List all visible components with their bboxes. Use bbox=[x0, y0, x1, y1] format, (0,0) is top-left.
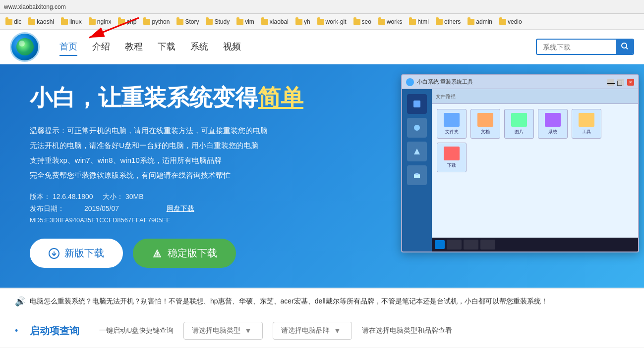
nav-download[interactable]: 下载 bbox=[158, 38, 176, 56]
search-button[interactable] bbox=[616, 40, 633, 54]
folder-icon-study bbox=[206, 19, 213, 25]
svg-point-7 bbox=[414, 125, 420, 131]
folder-icon-admin bbox=[468, 19, 474, 25]
stable-version-label: 稳定版下载 bbox=[168, 247, 217, 260]
bookmark-others[interactable]: others bbox=[433, 17, 463, 26]
svg-line-3 bbox=[626, 48, 628, 49]
computer-brand-select[interactable]: 请选择电脑品牌 ▼ bbox=[273, 322, 352, 340]
screenshot-body: 文件路径 文件夹 文档 图片 系统 工具 下载 bbox=[402, 89, 638, 251]
bookmark-study[interactable]: Study bbox=[203, 17, 232, 26]
bookmark-xiaobai[interactable]: xiaobai bbox=[259, 17, 291, 26]
bookmark-label-yh: yh bbox=[304, 18, 310, 25]
bookmark-nginx[interactable]: nginx bbox=[86, 17, 114, 26]
bookmark-label-nginx: nginx bbox=[97, 18, 112, 25]
hero-title-highlight: 简单 bbox=[258, 85, 303, 110]
version-info: 版本： 12.6.48.1800 大小： 30MB bbox=[30, 193, 144, 201]
bookmark-label-story: Story bbox=[185, 18, 199, 25]
bookmark-story[interactable]: Story bbox=[174, 17, 201, 26]
bookmark-work-git[interactable]: work-git bbox=[315, 17, 349, 26]
folder-icon-works bbox=[378, 19, 385, 25]
svg-point-5 bbox=[157, 255, 158, 256]
bookmark-label-others: others bbox=[444, 18, 461, 25]
bookmark-works[interactable]: works bbox=[376, 17, 405, 26]
result-text: 请在选择电脑类型和品牌查看 bbox=[362, 326, 452, 335]
hero-screenshot: 小白系统 重装系统工具 — □ ✕ 文件路径 文件夹 bbox=[401, 74, 644, 267]
screenshot-sidebar bbox=[402, 89, 432, 251]
taskbar-start[interactable] bbox=[435, 240, 445, 249]
hero-desc: 温馨提示：可正常开机的电脑，请用在线重装方法，可直接重装您的电脑 无法开机的电脑… bbox=[30, 123, 377, 183]
computer-type-placeholder: 请选择电脑类型 bbox=[192, 326, 240, 335]
hero-desc4: 完全免费帮您重装微软原版系统，有问题请在线咨询技术帮忙 bbox=[30, 168, 377, 183]
window-close[interactable]: ✕ bbox=[627, 79, 634, 86]
bullet-icon: • bbox=[15, 326, 18, 336]
info-bar: 🔊 电脑怎么重装系统？电脑无法开机？别害怕！不管是联想、hp惠普、华硕、东芝、a… bbox=[0, 288, 644, 314]
netdisk-download-link[interactable]: 网盘下载 bbox=[167, 204, 194, 213]
nav-intro[interactable]: 介绍 bbox=[92, 38, 110, 56]
bookmark-label-admin: admin bbox=[476, 18, 492, 25]
folder-icon-nginx bbox=[89, 19, 96, 25]
search-box bbox=[536, 39, 634, 55]
taskbar-item-2 bbox=[464, 240, 478, 250]
hero-desc1: 温馨提示：可正常开机的电脑，请用在线重装方法，可直接重装您的电脑 bbox=[30, 123, 377, 138]
browser-url-bar: www.xiaobaixitong.com bbox=[0, 0, 644, 14]
screenshot-window: 小白系统 重装系统工具 — □ ✕ 文件路径 文件夹 bbox=[401, 74, 639, 252]
hero-desc3: 支持重装xp、win7、win8、win10系统，适用所有电脑品牌 bbox=[30, 153, 377, 168]
nav-video[interactable]: 视频 bbox=[223, 38, 241, 56]
bookmark-dic[interactable]: dic bbox=[3, 17, 24, 26]
window-minimize[interactable]: — bbox=[607, 79, 614, 86]
svg-rect-8 bbox=[414, 174, 420, 178]
bookmark-label-php: php bbox=[126, 18, 136, 25]
folder-icon-work-git bbox=[317, 19, 324, 25]
search-input[interactable] bbox=[537, 40, 616, 54]
bookmark-linux[interactable]: linux bbox=[59, 17, 84, 26]
hero-section: 小白，让重装系统变得简单 温馨提示：可正常开机的电脑，请用在线重装方法，可直接重… bbox=[0, 64, 644, 288]
new-version-button[interactable]: 新版下载 bbox=[30, 239, 123, 268]
screenshot-main: 文件路径 文件夹 文档 图片 系统 工具 下载 bbox=[432, 89, 638, 251]
bookmark-admin[interactable]: admin bbox=[465, 17, 495, 26]
computer-type-select[interactable]: 请选择电脑类型 ▼ bbox=[183, 322, 263, 340]
bookmark-vedio[interactable]: vedio bbox=[497, 17, 525, 26]
screenshot-content: 文件夹 文档 图片 系统 工具 下载 bbox=[432, 104, 638, 177]
select-arrow-1: ▼ bbox=[244, 327, 251, 335]
bookmark-vim[interactable]: vim bbox=[234, 17, 257, 26]
hero-md5: MD5:E3D8FA940A35E1CCFD8567EFAF7905EE bbox=[30, 216, 377, 224]
folder-icon-vedio bbox=[499, 19, 506, 25]
bookmark-html[interactable]: html bbox=[407, 17, 431, 26]
taskbar-item-1 bbox=[447, 240, 462, 250]
bookmark-label-seo: seo bbox=[362, 18, 371, 25]
nav-system[interactable]: 系统 bbox=[190, 38, 208, 56]
nav-tutorial[interactable]: 教程 bbox=[125, 38, 143, 56]
folder-icon-php bbox=[118, 19, 125, 25]
hero-buttons: 新版下载 稳定版下载 bbox=[30, 239, 377, 268]
computer-brand-placeholder: 请选择电脑品牌 bbox=[281, 326, 330, 335]
logo-circle bbox=[10, 32, 40, 62]
file-icon-2: 文档 bbox=[470, 109, 500, 139]
svg-rect-9 bbox=[415, 173, 418, 175]
info-text: 电脑怎么重装系统？电脑无法开机？别害怕！不管是联想、hp惠普、华硕、东芝、ace… bbox=[30, 297, 548, 306]
bookmark-php[interactable]: php bbox=[116, 17, 139, 26]
folder-icon-html bbox=[409, 19, 416, 25]
nav-home[interactable]: 首页 bbox=[59, 38, 77, 56]
select-arrow-2: ▼ bbox=[334, 327, 341, 335]
hero-title: 小白，让重装系统变得简单 bbox=[30, 84, 377, 111]
startup-desc: 一键启动U盘快捷键查询 bbox=[99, 326, 174, 335]
bookmark-label-python: python bbox=[152, 18, 170, 25]
stable-version-button[interactable]: 稳定版下载 bbox=[133, 239, 236, 268]
bookmark-label-kaoshi: kaoshi bbox=[37, 18, 54, 25]
file-icon-1: 文件夹 bbox=[437, 109, 467, 139]
bookmark-kaoshi[interactable]: kaoshi bbox=[26, 17, 57, 26]
logo[interactable] bbox=[10, 32, 40, 62]
bookmark-seo[interactable]: seo bbox=[351, 17, 374, 26]
screenshot-title: 小白系统 重装系统工具 bbox=[417, 78, 604, 86]
bookmark-label-work-git: work-git bbox=[326, 18, 347, 25]
screenshot-inner-bar: 文件路径 bbox=[432, 89, 638, 104]
bookmark-python[interactable]: python bbox=[141, 17, 172, 26]
nav-links: 首页 介绍 教程 下载 系统 视频 bbox=[59, 38, 536, 56]
bookmark-yh[interactable]: yh bbox=[293, 17, 313, 26]
window-maximize[interactable]: □ bbox=[617, 79, 624, 86]
nav-header: 首页 介绍 教程 下载 系统 视频 bbox=[0, 30, 644, 64]
folder-icon-story bbox=[176, 19, 183, 25]
file-icon-4: 系统 bbox=[538, 109, 568, 139]
new-version-label: 新版下载 bbox=[64, 247, 104, 260]
bookmark-label-vedio: vedio bbox=[508, 18, 522, 25]
